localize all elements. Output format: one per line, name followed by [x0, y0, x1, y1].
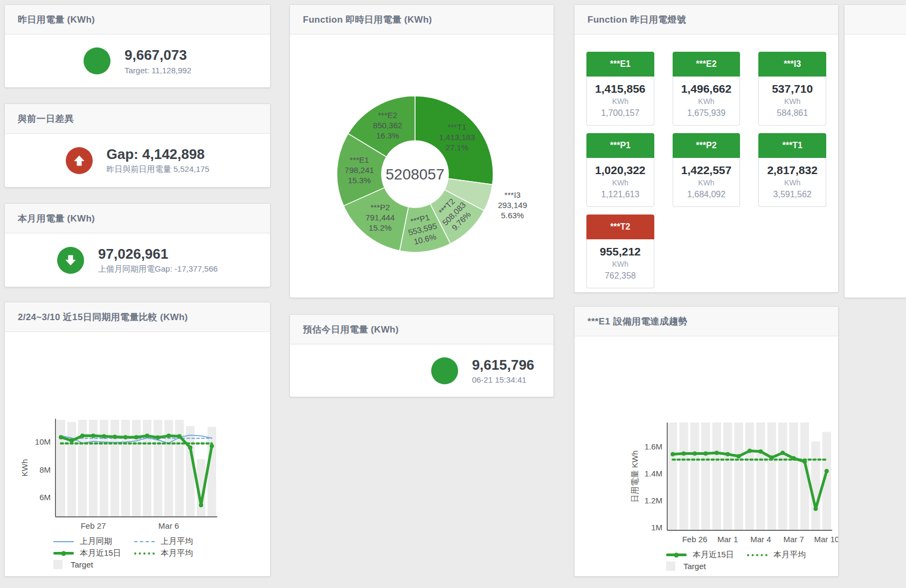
series-point[interactable] — [113, 434, 117, 439]
light-tile[interactable]: ***E11,415,856KWh1,700,157 — [586, 52, 654, 126]
stat-value: 9,615,796 — [472, 357, 535, 373]
tile-body: 2,817,832KWh3,591,562 — [758, 158, 826, 207]
line-green-swatch-icon — [53, 552, 74, 555]
target-bar[interactable] — [734, 423, 743, 530]
y-tick-label: 10M — [35, 437, 51, 446]
x-tick-label: Feb 26 — [682, 535, 708, 544]
target-bar[interactable] — [778, 423, 787, 530]
target-bar[interactable] — [701, 423, 710, 530]
panel-title: 與前一日差異 — [18, 113, 74, 125]
light-tile[interactable]: ***T2955,212KWh762,358 — [586, 215, 654, 288]
series-point[interactable] — [177, 434, 182, 438]
legend-item[interactable]: 上月同期 — [53, 536, 134, 547]
series-point[interactable] — [813, 507, 818, 511]
tile-unit: KWh — [675, 96, 738, 107]
series-point[interactable] — [167, 434, 171, 438]
series-point[interactable] — [758, 449, 763, 454]
series-point[interactable] — [59, 435, 63, 439]
arrow-up-icon — [66, 147, 93, 174]
legend-item[interactable]: 上月平均 — [134, 536, 215, 547]
series-point[interactable] — [80, 434, 85, 438]
svg-text:293,149: 293,149 — [498, 200, 527, 210]
light-tile[interactable]: ***P21,422,557KWh1,684,092 — [673, 133, 741, 207]
target-bar[interactable] — [679, 423, 688, 530]
tile-target-value: 1,700,157 — [589, 107, 652, 119]
series-point[interactable] — [748, 449, 752, 453]
legend-item[interactable]: Target — [53, 560, 134, 569]
series-point[interactable] — [134, 435, 139, 439]
target-bar[interactable] — [110, 420, 119, 517]
y-axis-label: KWh — [20, 459, 29, 477]
target-bar[interactable] — [745, 423, 754, 530]
series-point[interactable] — [70, 439, 74, 443]
series-point[interactable] — [737, 454, 741, 459]
svg-text:***E1: ***E1 — [350, 155, 369, 164]
light-tile[interactable]: ***P11,020,322KWh1,121,613 — [586, 133, 654, 207]
target-bar[interactable] — [811, 441, 820, 530]
series-point[interactable] — [188, 445, 192, 449]
stat-body: Gap: 4,142,898 昨日與前日用電量 5,524,175 — [5, 134, 270, 187]
series-point[interactable] — [102, 434, 106, 438]
compare-chart[interactable]: 10M8M6MFeb 27Mar 6KWh — [5, 332, 270, 534]
target-bar[interactable] — [756, 423, 765, 530]
legend-item[interactable]: 本月平均 — [134, 548, 215, 558]
series-point[interactable] — [682, 452, 686, 456]
series-point[interactable] — [123, 435, 128, 439]
svg-text:5.63%: 5.63% — [501, 211, 524, 220]
series-point[interactable] — [156, 435, 160, 440]
panel-title: Function 昨日用電燈號 — [587, 13, 686, 26]
target-bar[interactable] — [723, 423, 732, 530]
legend-label: 本月平均 — [773, 550, 806, 560]
clipped-panel — [844, 4, 906, 298]
line-green-swatch-icon — [666, 554, 687, 556]
legend-item[interactable]: 本月近15日 — [666, 550, 747, 560]
target-bar[interactable] — [186, 426, 195, 517]
series-point[interactable] — [780, 451, 785, 455]
svg-text:***E2: ***E2 — [378, 110, 397, 120]
target-bar[interactable] — [208, 427, 216, 517]
tile-status-header: ***I3 — [758, 52, 826, 77]
line-blue-swatch-icon — [53, 541, 74, 542]
stat-subtitle: 昨日與前日用電量 5,524,175 — [107, 164, 210, 175]
legend-row: Target — [53, 560, 270, 569]
legend-label: 本月近15日 — [693, 550, 734, 560]
target-bar[interactable] — [668, 423, 677, 530]
light-tile[interactable]: ***E21,496,662KWh1,675,939 — [673, 52, 741, 126]
series-point[interactable] — [91, 434, 95, 438]
tile-value: 955,212 — [589, 244, 652, 259]
donut-chart[interactable]: ***T11,413,18327.1%***I3293,1495.63%***T… — [290, 34, 554, 298]
panel-header: ***E1 設備用電達成趨勢 — [575, 307, 838, 336]
series-point[interactable] — [715, 451, 719, 455]
legend-label: Target — [683, 562, 706, 571]
series-point[interactable] — [199, 503, 203, 507]
target-bar[interactable] — [154, 420, 162, 517]
light-tile[interactable]: ***T12,817,832KWh3,591,562 — [758, 133, 826, 207]
series-point[interactable] — [825, 469, 829, 473]
y-tick-label: 6M — [39, 493, 51, 502]
panel-e1-trend: ***E1 設備用電達成趨勢 1.6M1.4M1.2M1MFeb 26Mar 1… — [574, 306, 839, 577]
trend-chart[interactable]: 1.6M1.4M1.2M1MFeb 26Mar 1Mar 4Mar 7Mar 1… — [575, 336, 838, 548]
svg-text:16.3%: 16.3% — [376, 131, 399, 140]
target-bar[interactable] — [767, 423, 776, 530]
series-point[interactable] — [145, 434, 149, 438]
series-point[interactable] — [670, 452, 675, 456]
target-bar[interactable] — [690, 423, 699, 530]
target-bar[interactable] — [121, 420, 130, 517]
target-bar[interactable] — [132, 420, 141, 517]
target-bar[interactable] — [713, 423, 721, 530]
legend-row: 本月近15日本月平均 — [666, 550, 838, 560]
series-point[interactable] — [725, 452, 730, 456]
target-bar[interactable] — [67, 422, 76, 517]
series-point[interactable] — [703, 452, 708, 456]
legend-item[interactable]: Target — [666, 562, 747, 571]
target-bar[interactable] — [789, 423, 798, 530]
legend-row: 上月同期上月平均 — [53, 536, 270, 547]
series-point[interactable] — [693, 452, 697, 456]
legend-item[interactable]: 本月平均 — [747, 550, 828, 560]
light-tile[interactable]: ***I3537,710KWh584,861 — [758, 52, 826, 126]
tile-body: 1,422,557KWh1,684,092 — [673, 158, 741, 207]
legend-item[interactable]: 本月近15日 — [53, 548, 134, 558]
target-bar[interactable] — [57, 420, 65, 517]
panel-title: ***E1 設備用電達成趨勢 — [587, 315, 688, 328]
panel-yesterday-usage: 昨日用電量 (KWh) 9,667,073 Target: 11,128,992 — [4, 4, 271, 88]
